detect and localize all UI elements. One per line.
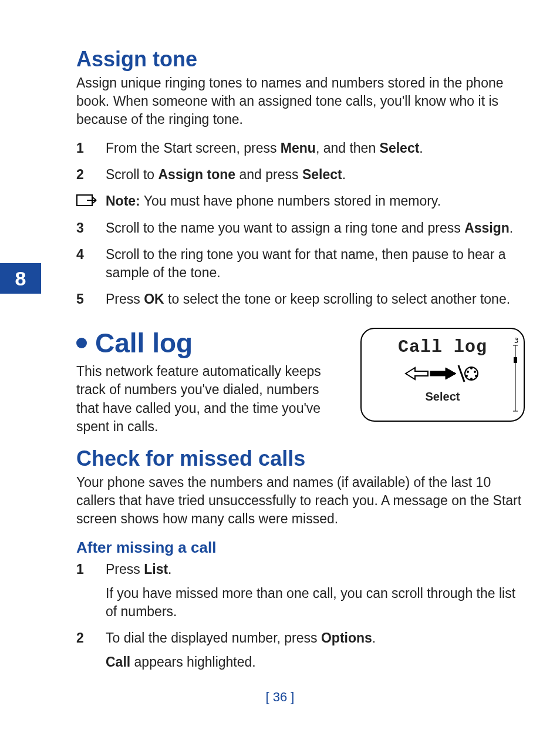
svg-point-6	[470, 378, 473, 380]
step-number: 1	[76, 560, 106, 579]
note-row: Note: You must have phone numbers stored…	[76, 192, 525, 211]
step-text: Scroll to Assign tone and press Select.	[106, 166, 525, 184]
svg-rect-12	[514, 357, 517, 363]
step-number: 4	[76, 246, 106, 264]
missed-intro: Your phone saves the numbers and names (…	[76, 473, 525, 528]
heading-call-log: Call log	[95, 327, 193, 359]
step-number: 2	[76, 166, 106, 184]
svg-point-4	[474, 371, 476, 373]
figure-title: Call log	[398, 337, 487, 357]
assign-tone-steps-cont: 3 Scroll to the name you want to assign …	[76, 219, 525, 308]
figure-softkey-label: Select	[426, 390, 460, 404]
step-2: 2 Scroll to Assign tone and press Select…	[76, 166, 525, 184]
svg-line-1	[458, 365, 464, 382]
step-number: 1	[76, 139, 106, 157]
assign-tone-intro: Assign unique ringing tones to names and…	[76, 74, 525, 129]
heading-missed-calls: Check for missed calls	[76, 446, 525, 471]
step-text: To dial the displayed number, press Opti…	[106, 629, 525, 671]
subheading-after-missing: After missing a call	[76, 539, 525, 557]
svg-point-7	[465, 375, 468, 377]
call-log-figure: Call log Select 3	[360, 328, 525, 422]
call-log-intro: This network feature automatically keeps…	[76, 362, 335, 435]
step-text: From the Start screen, press Menu, and t…	[106, 139, 525, 157]
step-2: 2 To dial the displayed number, press Op…	[76, 629, 525, 671]
step-1: 1 Press List. If you have missed more th…	[76, 560, 525, 621]
chapter-tab: 8	[0, 263, 41, 294]
step-3: 3 Scroll to the name you want to assign …	[76, 219, 525, 237]
svg-point-3	[467, 371, 469, 373]
bullet-icon	[76, 338, 87, 348]
missed-steps: 1 Press List. If you have missed more th…	[76, 560, 525, 671]
step-text: Scroll to the name you want to assign a …	[106, 219, 525, 237]
page-number: [ 36 ]	[0, 690, 560, 705]
svg-point-5	[470, 367, 473, 369]
manual-page: 8 Assign tone Assign unique ringing tone…	[0, 0, 560, 733]
step-text: Scroll to the ring tone you want for tha…	[106, 246, 525, 282]
note-icon	[76, 192, 106, 211]
step-5: 5 Press OK to select the tone or keep sc…	[76, 290, 525, 308]
step-4: 4 Scroll to the ring tone you want for t…	[76, 246, 525, 282]
heading-assign-tone: Assign tone	[76, 47, 525, 72]
step-number: 3	[76, 219, 106, 237]
note-text: Note: You must have phone numbers stored…	[106, 192, 525, 210]
step-number: 2	[76, 629, 106, 647]
svg-point-8	[475, 375, 477, 377]
figure-scrollbar: 3	[512, 337, 519, 415]
figure-arrows-icon	[404, 362, 481, 388]
step-text: Press OK to select the tone or keep scro…	[106, 290, 525, 308]
step-text: Press List. If you have missed more than…	[106, 560, 525, 621]
chapter-number: 8	[15, 267, 26, 290]
step-number: 5	[76, 290, 106, 308]
assign-tone-steps: 1 From the Start screen, press Menu, and…	[76, 139, 525, 184]
figure-index: 3	[514, 337, 518, 345]
step-1: 1 From the Start screen, press Menu, and…	[76, 139, 525, 157]
